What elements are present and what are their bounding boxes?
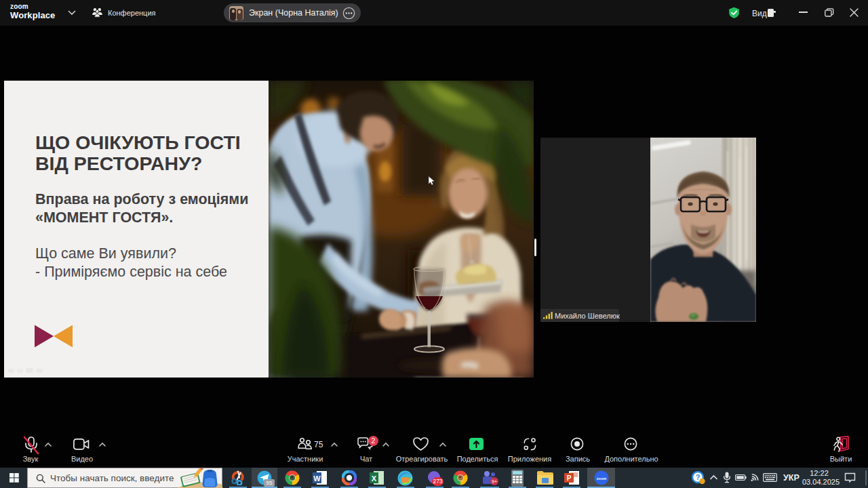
- svg-text:?: ?: [696, 473, 701, 481]
- svg-text:W: W: [313, 474, 321, 483]
- svg-text:9+: 9+: [492, 479, 497, 484]
- svg-text:P: P: [567, 474, 572, 482]
- svg-text:X: X: [372, 474, 377, 483]
- svg-text:zoom: zoom: [597, 476, 606, 481]
